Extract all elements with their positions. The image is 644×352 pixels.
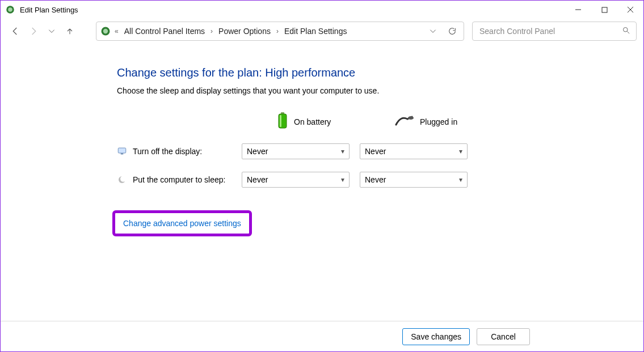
svg-line-9 (627, 31, 629, 33)
monitor-icon (117, 146, 127, 156)
row-display: Turn off the display: (117, 146, 242, 156)
window-title: Edit Plan Settings (20, 6, 78, 14)
search-icon (622, 26, 630, 36)
recent-locations-button[interactable] (44, 23, 60, 39)
breadcrumb-item[interactable]: Edit Plan Settings (282, 26, 350, 37)
chevron-right-icon: › (276, 27, 279, 35)
display-plugged-select[interactable]: Never ▾ (360, 143, 468, 159)
change-advanced-link[interactable]: Change advanced power settings (123, 219, 241, 228)
sleep-plugged-select[interactable]: Never ▾ (360, 172, 468, 188)
save-button[interactable]: Save changes (402, 328, 470, 345)
power-options-icon (100, 26, 111, 37)
chevron-down-icon: ▾ (459, 176, 462, 184)
page-subtext: Choose the sleep and display settings th… (117, 86, 643, 95)
power-options-icon (5, 5, 15, 15)
search-input[interactable] (478, 26, 622, 36)
svg-rect-3 (602, 7, 607, 12)
battery-icon (277, 112, 288, 131)
refresh-button[interactable] (444, 23, 460, 39)
column-label: On battery (294, 117, 331, 126)
svg-point-14 (408, 116, 414, 120)
breadcrumb-item[interactable]: All Control Panel Items (122, 26, 207, 37)
chevron-left-double-icon: « (115, 27, 119, 35)
chevron-right-icon: › (211, 27, 213, 35)
sleep-battery-select[interactable]: Never ▾ (242, 172, 350, 188)
row-label-text: Turn off the display: (133, 147, 202, 156)
search-box[interactable] (472, 22, 637, 41)
address-bar[interactable]: « All Control Panel Items › Power Option… (96, 22, 464, 41)
plug-icon (395, 114, 414, 129)
address-dropdown-button[interactable] (425, 23, 441, 39)
select-value: Never (247, 175, 268, 184)
row-sleep: Put the computer to sleep: (117, 175, 242, 185)
page-heading: Change settings for the plan: High perfo… (117, 66, 643, 79)
svg-rect-13 (280, 115, 281, 127)
forward-button[interactable] (26, 23, 41, 39)
nav-row: « All Control Panel Items › Power Option… (1, 19, 643, 44)
breadcrumb-item[interactable]: Power Options (216, 26, 273, 37)
select-value: Never (365, 175, 386, 184)
close-button[interactable] (617, 1, 643, 19)
highlighted-region: Change advanced power settings (112, 210, 252, 236)
svg-point-8 (624, 28, 628, 32)
select-value: Never (247, 147, 268, 156)
select-value: Never (365, 147, 386, 156)
column-label: Plugged in (420, 117, 457, 126)
footer: Save changes Cancel (1, 321, 643, 351)
row-label-text: Put the computer to sleep: (133, 175, 225, 184)
chevron-down-icon: ▾ (341, 147, 344, 155)
moon-icon (117, 175, 127, 185)
titlebar: Edit Plan Settings (1, 1, 643, 19)
svg-point-1 (8, 7, 12, 12)
chevron-down-icon: ▾ (459, 147, 462, 155)
settings-grid: On battery Plugged in Turn off the displ… (117, 112, 643, 188)
maximize-button[interactable] (591, 1, 617, 19)
svg-rect-15 (118, 148, 126, 153)
column-header-battery: On battery (242, 112, 360, 131)
minimize-button[interactable] (565, 1, 591, 19)
display-battery-select[interactable]: Never ▾ (242, 143, 350, 159)
svg-rect-16 (121, 154, 124, 155)
column-header-plugged: Plugged in (360, 114, 478, 129)
button-label: Save changes (411, 332, 461, 341)
cancel-button[interactable]: Cancel (477, 328, 530, 345)
back-button[interactable] (7, 23, 23, 39)
up-button[interactable] (62, 23, 78, 39)
svg-point-18 (120, 176, 127, 182)
svg-point-7 (103, 29, 108, 33)
main-content: Change settings for the plan: High perfo… (1, 44, 643, 321)
button-label: Cancel (491, 332, 516, 341)
chevron-down-icon: ▾ (341, 176, 344, 184)
